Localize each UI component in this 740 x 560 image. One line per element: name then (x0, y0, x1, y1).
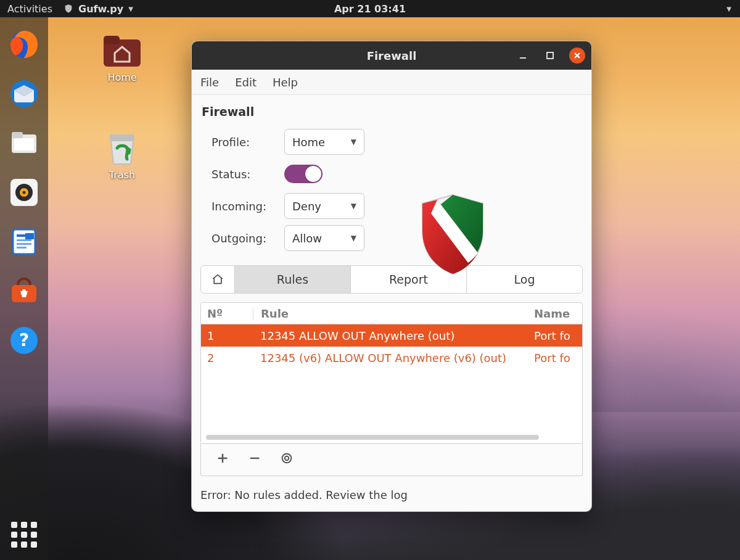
shield-icon (419, 192, 487, 276)
dock-thunderbird[interactable] (7, 76, 41, 111)
dock-rhythmbox[interactable] (7, 175, 41, 210)
dock-libreoffice-writer[interactable] (7, 224, 41, 259)
add-rule-button[interactable] (216, 450, 229, 469)
horizontal-scrollbar[interactable] (206, 435, 539, 440)
svg-rect-17 (17, 247, 27, 249)
desktop-icon-label: Trash (91, 169, 153, 181)
chevron-down-icon: ▼ (351, 138, 356, 146)
col-header-no[interactable]: Nº (201, 307, 253, 320)
incoming-value: Deny (292, 200, 345, 213)
top-panel: Activities Gufw.py ▼ Apr 21 03:41 ▼ (0, 0, 740, 17)
maximize-button[interactable] (542, 47, 558, 64)
cell-no: 1 (201, 329, 253, 342)
cell-rule: 12345 (v6) ALLOW OUT Anywhere (v6) (out) (253, 352, 534, 364)
svg-point-27 (282, 454, 292, 463)
desktop-icon-home[interactable]: Home (91, 33, 153, 83)
tab-rules[interactable]: Rules (234, 266, 350, 293)
titlebar[interactable]: Firewall (192, 41, 591, 70)
remove-rule-button[interactable] (248, 450, 261, 469)
outgoing-label: Outgoing: (200, 232, 284, 245)
status-label: Status: (200, 168, 284, 181)
profile-value: Home (292, 136, 345, 149)
svg-text:?: ? (19, 330, 29, 350)
section-heading: Firewall (202, 105, 583, 118)
svg-point-28 (285, 456, 289, 460)
svg-rect-7 (12, 132, 23, 138)
svg-rect-15 (17, 239, 31, 241)
svg-rect-8 (14, 138, 34, 150)
folder-home-icon (102, 33, 142, 68)
menubar: File Edit Help (192, 70, 591, 95)
incoming-combo[interactable]: Deny ▼ (284, 193, 364, 219)
status-bar: Error: No rules added. Review the log (192, 480, 591, 511)
outgoing-combo[interactable]: Allow ▼ (284, 225, 364, 251)
svg-rect-16 (17, 243, 31, 245)
svg-rect-24 (104, 36, 120, 44)
cell-no: 2 (201, 352, 253, 364)
menu-file[interactable]: File (200, 76, 219, 89)
profile-label: Profile: (200, 136, 284, 149)
chevron-down-icon: ▼ (726, 6, 731, 12)
trash-icon (102, 131, 142, 165)
chevron-down-icon: ▼ (128, 6, 133, 12)
cell-name: Port fo (534, 352, 582, 364)
close-button[interactable] (569, 47, 585, 64)
show-applications-button[interactable] (11, 522, 37, 548)
profile-combo[interactable]: Home ▼ (284, 129, 364, 155)
firewall-window: Firewall File Edit Help Firewall Profile… (191, 41, 592, 512)
minimize-button[interactable] (515, 47, 531, 64)
table-row[interactable]: 212345 (v6) ALLOW OUT Anywhere (v6) (out… (201, 347, 582, 369)
outgoing-value: Allow (292, 232, 345, 245)
dock: ? (0, 17, 48, 560)
svg-point-20 (22, 289, 26, 293)
col-header-rule[interactable]: Rule (253, 307, 534, 320)
svg-rect-18 (25, 233, 34, 239)
dock-files[interactable] (7, 126, 41, 160)
home-icon (212, 273, 224, 286)
table-row[interactable]: 112345 ALLOW OUT Anywhere (out)Port fo (201, 324, 582, 347)
desktop-icon-trash[interactable]: Trash (91, 131, 153, 181)
chevron-down-icon: ▼ (351, 202, 356, 210)
dock-software[interactable] (7, 274, 41, 308)
window-title: Firewall (367, 49, 417, 62)
app-menu[interactable]: Gufw.py ▼ (64, 3, 133, 15)
dock-help[interactable]: ? (7, 323, 41, 358)
svg-rect-26 (547, 52, 553, 59)
cell-rule: 12345 ALLOW OUT Anywhere (out) (253, 329, 534, 342)
svg-rect-25 (110, 134, 134, 141)
settings-button[interactable] (280, 450, 294, 469)
rules-table: Nº Rule Name 112345 ALLOW OUT Anywhere (… (200, 302, 583, 444)
dock-firefox[interactable] (7, 27, 41, 62)
incoming-label: Incoming: (200, 200, 284, 213)
desktop-icon-label: Home (91, 72, 153, 83)
menu-help[interactable]: Help (273, 76, 298, 89)
rules-toolbar (200, 443, 583, 476)
cell-name: Port fo (534, 329, 582, 342)
tab-home[interactable] (201, 266, 234, 293)
tabbar: Rules Report Log (200, 265, 583, 294)
status-toggle[interactable] (284, 165, 323, 183)
app-menu-label: Gufw.py (78, 3, 123, 15)
shield-icon (64, 4, 73, 14)
desktop: Activities Gufw.py ▼ Apr 21 03:41 ▼ (0, 0, 740, 560)
col-header-name[interactable]: Name (534, 307, 582, 320)
activities-button[interactable]: Activities (7, 3, 52, 15)
chevron-down-icon: ▼ (351, 234, 356, 242)
svg-point-12 (23, 191, 26, 194)
menu-edit[interactable]: Edit (235, 76, 257, 89)
